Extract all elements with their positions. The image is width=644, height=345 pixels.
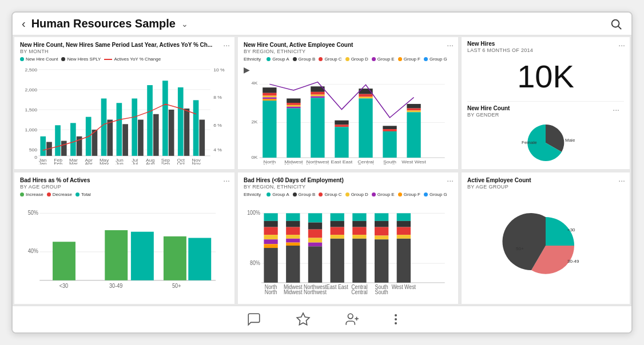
- svg-rect-76: [287, 105, 300, 107]
- svg-rect-73: [263, 101, 276, 158]
- chart4-menu[interactable]: ···: [447, 176, 454, 185]
- svg-line-1: [618, 26, 621, 29]
- svg-text:Sep: Sep: [161, 162, 170, 165]
- svg-rect-151: [331, 220, 344, 227]
- svg-text:May: May: [100, 162, 109, 165]
- dashboard: New Hire Count, New Hires Same Period La…: [13, 35, 631, 306]
- new-hires-menu[interactable]: ···: [618, 41, 625, 50]
- svg-rect-146: [308, 229, 322, 238]
- new-hires-count-container: 10K: [467, 55, 624, 98]
- bottom-toolbar: [13, 306, 631, 332]
- svg-text:2,000: 2,000: [25, 87, 38, 93]
- svg-rect-20: [55, 125, 61, 156]
- chart3-menu[interactable]: ···: [223, 176, 230, 185]
- svg-text:South: South: [375, 288, 388, 295]
- chart1-menu[interactable]: ···: [223, 41, 230, 50]
- svg-text:Central: Central: [357, 163, 374, 165]
- svg-rect-27: [107, 120, 113, 156]
- svg-rect-141: [286, 238, 300, 242]
- group-c-dot: [319, 57, 323, 61]
- chart5-subtitle: BY AGE GROUP: [467, 184, 624, 190]
- svg-rect-159: [352, 238, 366, 282]
- star-icon[interactable]: [296, 312, 311, 327]
- svg-rect-71: [263, 97, 276, 99]
- ethnicity2-label: Ethnicity: [244, 192, 261, 197]
- svg-rect-165: [397, 213, 411, 221]
- group-f-dot: [398, 57, 402, 61]
- svg-rect-86: [335, 127, 348, 158]
- chart2-subtitle: BY REGION, ETHNICITY: [244, 49, 452, 54]
- svg-text:50%: 50%: [28, 209, 38, 216]
- chart4-group-d: [345, 192, 349, 196]
- svg-text:Jan: Jan: [39, 162, 47, 165]
- svg-text:2K: 2K: [252, 119, 258, 124]
- new-hires-top: New Hires LAST 6 MONTHS OF 2014 10K ···: [467, 41, 624, 102]
- group-e-dot: [372, 57, 376, 61]
- svg-point-186: [348, 314, 353, 319]
- svg-rect-153: [331, 235, 344, 239]
- chart1-card: New Hire Count, New Hires Same Period La…: [14, 37, 234, 169]
- chart4-group-g: [424, 192, 428, 196]
- total-dot: [75, 192, 79, 196]
- chart4-group-a: [267, 192, 271, 196]
- svg-text:2,500: 2,500: [25, 67, 38, 73]
- svg-rect-84: [335, 121, 348, 125]
- svg-rect-69: [263, 93, 276, 96]
- chart4-group-f: [398, 192, 402, 196]
- chart3-area: 50% 40% <30 30: [20, 199, 229, 300]
- svg-rect-31: [138, 120, 144, 156]
- chart2-menu[interactable]: ···: [447, 41, 454, 50]
- add-person-icon[interactable]: [345, 312, 360, 327]
- gender-chart-menu[interactable]: ···: [613, 105, 619, 114]
- svg-rect-26: [101, 98, 107, 155]
- gender-chart-subtitle: BY GENDER: [467, 112, 624, 118]
- svg-text:500: 500: [29, 147, 38, 153]
- search-icon[interactable]: [610, 18, 622, 30]
- svg-text:Apr: Apr: [85, 162, 93, 165]
- svg-rect-136: [264, 248, 277, 283]
- chart4-area: 100% 80%: [244, 199, 452, 300]
- chevron-down-icon[interactable]: ⌄: [181, 19, 188, 29]
- device-frame: ‹ Human Resources Sample ⌄ New Hire Coun…: [11, 11, 633, 334]
- comment-icon[interactable]: [247, 312, 261, 327]
- svg-text:0: 0: [34, 155, 37, 160]
- ethnicity-label: Ethnicity: [244, 57, 261, 62]
- svg-rect-162: [375, 227, 388, 235]
- header: ‹ Human Resources Sample ⌄: [13, 13, 631, 35]
- more-options-icon[interactable]: [394, 312, 397, 327]
- svg-rect-33: [153, 114, 159, 156]
- back-button[interactable]: ‹: [22, 17, 26, 30]
- svg-text:South: South: [383, 163, 397, 165]
- svg-rect-83: [311, 98, 324, 158]
- chart4-card: Bad Hires (<60 Days of Employment) BY RE…: [238, 172, 458, 304]
- svg-rect-160: [375, 213, 388, 221]
- svg-rect-144: [308, 213, 322, 222]
- svg-text:Aug: Aug: [146, 162, 155, 165]
- svg-text:10 %: 10 %: [213, 67, 225, 73]
- svg-rect-18: [40, 137, 46, 156]
- svg-text:30-49: 30-49: [109, 282, 123, 289]
- svg-text:Male: Male: [565, 138, 575, 143]
- header-left: ‹ Human Resources Sample ⌄: [22, 17, 188, 30]
- svg-text:4 %: 4 %: [213, 147, 222, 153]
- chart4-group-c: [319, 192, 323, 196]
- svg-rect-155: [352, 213, 366, 221]
- chart3-subtitle: BY AGE GROUP: [20, 184, 229, 190]
- svg-point-191: [395, 322, 397, 324]
- svg-rect-39: [199, 120, 205, 156]
- svg-text:1,000: 1,000: [25, 127, 38, 133]
- chart5-menu[interactable]: ···: [618, 176, 625, 185]
- chart2-card: New Hire Count, Active Employee Count BY…: [238, 37, 458, 169]
- new-hires-title: New Hires: [467, 41, 624, 47]
- legend-scroll-right[interactable]: ▶: [244, 65, 250, 74]
- svg-rect-157: [352, 227, 366, 235]
- svg-rect-117: [53, 242, 75, 280]
- increase-dot: [20, 192, 24, 196]
- svg-rect-93: [383, 131, 396, 158]
- chart1-legend: New Hire Count New Hires SPLY Actives Yo…: [20, 57, 229, 62]
- svg-text:West West: West West: [401, 159, 426, 164]
- svg-text:Jun: Jun: [116, 162, 124, 165]
- svg-text:Jul: Jul: [132, 162, 138, 165]
- svg-rect-121: [188, 238, 211, 280]
- group-a-dot: [267, 57, 271, 61]
